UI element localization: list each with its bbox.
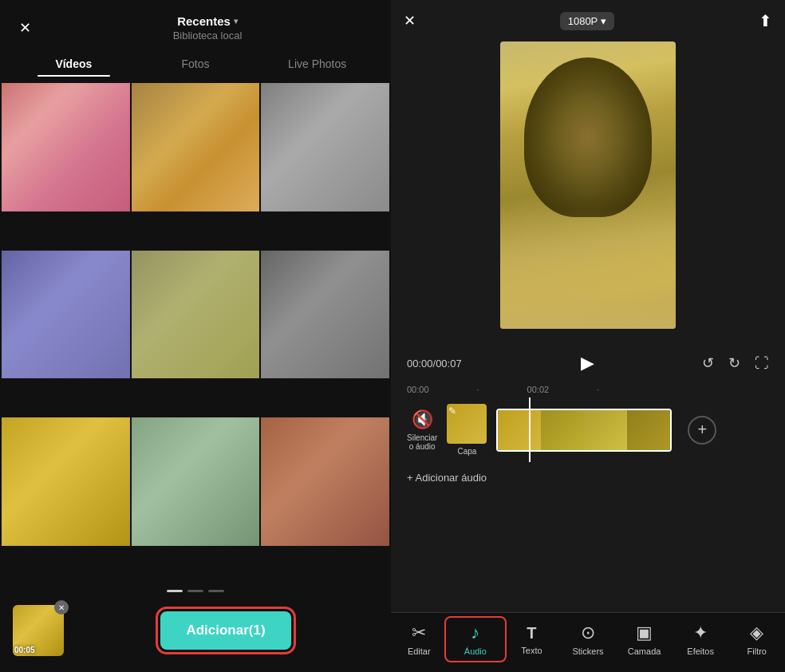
grid-item[interactable]: [261, 83, 389, 211]
grid-item[interactable]: [2, 83, 130, 211]
grid-item[interactable]: [132, 83, 260, 211]
scroll-indicator: [0, 583, 391, 595]
video-preview: [391, 42, 785, 345]
resolution-label: 1080P: [568, 15, 598, 27]
tab-videos[interactable]: Vídeos: [13, 51, 135, 77]
ruler-mark-1: 00:02: [527, 385, 550, 394]
left-panel: ✕ Recentes ▾ Biblioteca local Vídeos Fot…: [0, 0, 391, 672]
undo-button[interactable]: ↺: [702, 354, 714, 372]
add-audio-row: + Adicionar áudio: [391, 462, 785, 492]
strip-frame: [584, 410, 627, 452]
mute-icon: 🔇: [412, 409, 433, 430]
toolbar-texto[interactable]: T Texto: [503, 621, 560, 658]
cover-label: Capa: [457, 447, 476, 456]
tabs-bar: Vídeos Fotos Live Photos: [0, 51, 391, 77]
tab-live-photos[interactable]: Live Photos: [256, 51, 378, 77]
cover-button[interactable]: ✎ Capa: [447, 404, 487, 456]
strip-frame: [627, 410, 670, 452]
toolbar-audio[interactable]: ♪ Áudio: [448, 619, 504, 659]
grid-item[interactable]: [2, 417, 130, 546]
grid-item[interactable]: [261, 251, 389, 379]
ruler-mark-0: 00:00: [407, 385, 429, 394]
toolbar-editar[interactable]: ✂ Editar: [391, 619, 448, 659]
header-center: Recentes ▾ Biblioteca local: [37, 14, 378, 42]
strip-frame: [498, 410, 541, 452]
playback-controls: 00:00/00:07 ▶ ↺ ↻ ⛶: [391, 345, 785, 381]
toolbar-efeitos[interactable]: ✦ Efeitos: [673, 619, 729, 659]
timeline-ruler: 00:00 · 00:02 ·: [391, 381, 785, 397]
right-panel: ✕ 1080P ▾ ⬆ 00:00/00:07 ▶ ↺ ↻ ⛶ 00:00 · …: [391, 0, 785, 672]
mute-label: Silenciaro áudio: [407, 433, 437, 451]
video-strip[interactable]: [496, 409, 672, 452]
scroll-dot: [208, 590, 224, 592]
scroll-dot: [167, 590, 183, 592]
mute-button[interactable]: 🔇 Silenciaro áudio: [407, 409, 437, 451]
texto-label: Texto: [521, 646, 542, 655]
text-icon: T: [527, 624, 536, 642]
grid-item[interactable]: [261, 417, 389, 546]
redo-button[interactable]: ↻: [728, 354, 740, 372]
add-button-wrapper: Adicionar(1): [73, 611, 378, 650]
music-icon: ♪: [471, 623, 479, 643]
media-grid: [0, 83, 391, 583]
selected-thumbnail[interactable]: ✕ 00:05: [13, 605, 64, 656]
grid-item[interactable]: [2, 251, 130, 379]
ctrl-icons: ↺ ↻ ⛶: [649, 354, 769, 372]
recentes-label: Recentes: [177, 14, 231, 28]
timeline-area: 00:00 · 00:02 · 🔇 Silenciaro áudio ✎ Cap…: [391, 381, 785, 612]
fullscreen-button[interactable]: ⛶: [755, 355, 769, 372]
chevron-down-icon: ▾: [234, 17, 238, 26]
right-header: ✕ 1080P ▾ ⬆: [391, 0, 785, 42]
ruler-dot-1: ·: [597, 385, 599, 394]
camada-label: Camada: [628, 646, 661, 656]
recentes-dropdown[interactable]: Recentes ▾: [177, 14, 238, 28]
edit-icon: ✎: [448, 405, 456, 417]
upload-button[interactable]: ⬆: [759, 11, 772, 30]
close-button[interactable]: ✕: [13, 16, 37, 40]
ruler-dot-0: ·: [477, 385, 479, 394]
stickers-label: Stickers: [572, 646, 603, 656]
toolbar-camada[interactable]: ▣ Camada: [616, 619, 673, 659]
tab-fotos[interactable]: Fotos: [135, 51, 257, 77]
resolution-button[interactable]: 1080P ▾: [560, 12, 615, 30]
toolbar-stickers[interactable]: ⊙ Stickers: [560, 619, 617, 659]
editar-label: Editar: [408, 646, 431, 656]
add-audio-button[interactable]: + Adicionar áudio: [407, 472, 487, 484]
grid-item[interactable]: [132, 417, 260, 546]
cover-thumbnail: ✎: [447, 404, 487, 444]
scissors-icon: ✂: [412, 623, 426, 643]
filter-icon: ◈: [750, 623, 763, 643]
stickers-icon: ⊙: [581, 623, 595, 643]
cat-image: [500, 42, 676, 329]
right-close-button[interactable]: ✕: [404, 12, 416, 30]
layer-icon: ▣: [636, 623, 653, 643]
grid-item[interactable]: [132, 251, 260, 379]
duration-badge: 00:05: [14, 646, 35, 654]
filtro-label: Filtro: [748, 646, 767, 656]
add-button[interactable]: Adicionar(1): [160, 611, 290, 650]
biblioteca-label: Biblioteca local: [173, 30, 243, 42]
audio-label: Áudio: [464, 646, 487, 656]
resolution-chevron-icon: ▾: [601, 15, 606, 27]
effects-icon: ✦: [693, 623, 708, 643]
add-clip-button[interactable]: +: [688, 416, 716, 445]
time-display: 00:00/00:07: [407, 358, 527, 370]
scroll-dot: [187, 590, 203, 592]
left-header: ✕ Recentes ▾ Biblioteca local: [0, 0, 391, 51]
bottom-bar: ✕ 00:05 Adicionar(1): [0, 595, 391, 672]
toolbar-filtro[interactable]: ◈ Filtro: [728, 619, 785, 659]
remove-badge[interactable]: ✕: [54, 600, 69, 615]
strip-frame: [541, 410, 584, 452]
efeitos-label: Efeitos: [687, 646, 714, 656]
bottom-toolbar: ✂ Editar ♪ Áudio T Texto ⊙ Stickers ▣ Ca…: [391, 612, 785, 672]
timeline-tracks: 🔇 Silenciaro áudio ✎ Capa +: [391, 397, 785, 462]
play-button[interactable]: ▶: [527, 353, 648, 374]
playhead: [529, 397, 531, 462]
